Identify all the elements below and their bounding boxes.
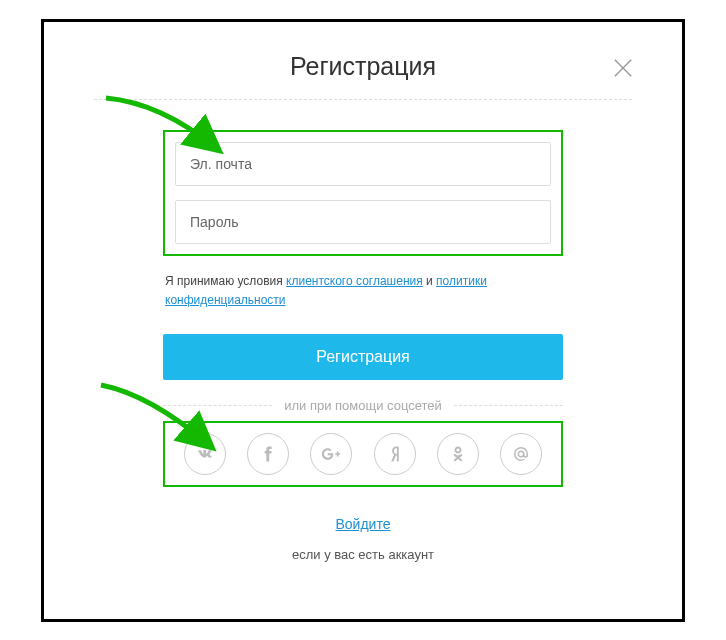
yandex-button[interactable] (374, 433, 416, 475)
vk-icon (195, 444, 215, 464)
login-link-row: Войдите (163, 515, 563, 533)
social-heading-row: или при помощи соцсетей (163, 398, 563, 413)
mailru-button[interactable] (500, 433, 542, 475)
social-heading: или при помощи соцсетей (284, 398, 442, 413)
social-buttons-highlight (163, 421, 563, 487)
credentials-highlight (163, 130, 563, 256)
odnoklassniki-icon (448, 444, 468, 464)
modal-frame: Регистрация Я принимаю условия клиентско… (41, 19, 685, 622)
close-icon[interactable] (609, 54, 637, 82)
odnoklassniki-button[interactable] (437, 433, 479, 475)
mailru-icon (511, 444, 531, 464)
header-row: Регистрация (94, 52, 632, 81)
divider (163, 405, 272, 406)
google-plus-icon (321, 444, 341, 464)
login-link[interactable]: Войдите (336, 516, 391, 532)
yandex-icon (385, 444, 405, 464)
email-field[interactable] (175, 142, 551, 186)
password-field[interactable] (175, 200, 551, 244)
have-account-text: если у вас есть аккаунт (163, 547, 563, 562)
google-plus-button[interactable] (310, 433, 352, 475)
registration-modal: Регистрация Я принимаю условия клиентско… (44, 22, 682, 619)
terms-mid: и (423, 274, 436, 288)
page-title: Регистрация (94, 52, 632, 81)
terms-text: Я принимаю условия клиентского соглашени… (163, 272, 563, 310)
facebook-button[interactable] (247, 433, 289, 475)
terms-prefix: Я принимаю условия (165, 274, 286, 288)
facebook-icon (258, 444, 278, 464)
svg-point-2 (519, 452, 525, 458)
divider (454, 405, 563, 406)
form-area: Я принимаю условия клиентского соглашени… (163, 130, 563, 562)
divider (94, 99, 632, 100)
terms-link-agreement[interactable]: клиентского соглашения (286, 274, 423, 288)
vk-button[interactable] (184, 433, 226, 475)
register-button[interactable]: Регистрация (163, 334, 563, 380)
